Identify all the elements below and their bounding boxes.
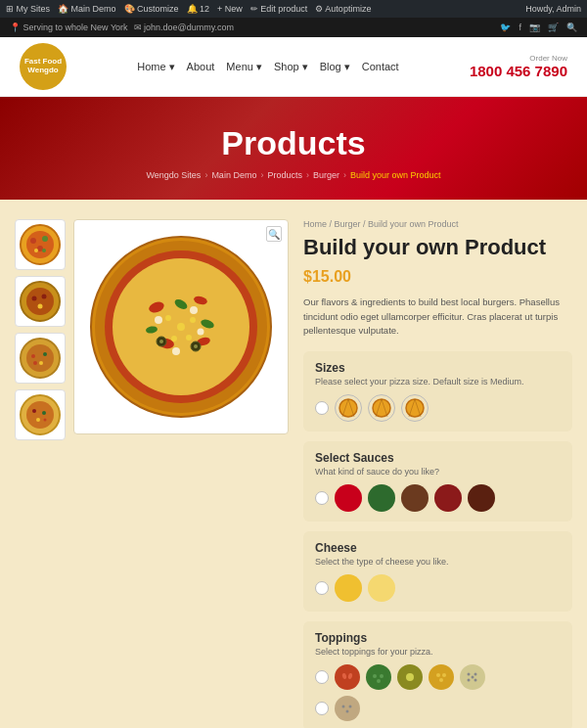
svg-point-2	[30, 238, 36, 244]
thumbnail-list	[15, 219, 66, 728]
sauce-green[interactable]	[368, 484, 395, 512]
thumb-4[interactable]	[15, 389, 66, 440]
search-icon[interactable]: 🔍	[566, 23, 577, 32]
toppings-title: Toppings	[315, 631, 561, 645]
toppings-options	[315, 664, 561, 690]
sauce-red[interactable]	[335, 484, 362, 512]
svg-point-41	[190, 306, 198, 314]
sauces-options	[315, 484, 561, 512]
admin-customize[interactable]: 🎨 Customize	[124, 4, 179, 14]
product-info: Home / Burger / Build your own Product B…	[303, 219, 572, 728]
svg-point-72	[474, 673, 477, 676]
phone-number: 1800 456 7890	[470, 63, 567, 79]
svg-point-13	[26, 344, 54, 372]
zoom-icon[interactable]: 🔍	[266, 226, 282, 242]
svg-point-36	[165, 315, 171, 321]
topping-dots[interactable]	[460, 664, 485, 690]
product-breadcrumb: Home / Burger / Build your own Product	[303, 219, 572, 229]
logo[interactable]: Fast FoodWengdo	[20, 43, 67, 90]
sizes-options	[315, 394, 561, 422]
svg-point-67	[436, 673, 440, 677]
sauce-maroon[interactable]	[434, 484, 462, 512]
cheese-section: Cheese Select the type of cheese you lik…	[303, 531, 572, 612]
admin-edit-product[interactable]: ✏ Edit product	[250, 4, 308, 14]
svg-point-62	[380, 674, 384, 678]
admin-autoptimize[interactable]: ⚙ Autoptimize	[315, 4, 371, 14]
svg-point-22	[36, 418, 40, 422]
svg-point-37	[190, 317, 196, 323]
topping-extra[interactable]	[335, 696, 360, 721]
instagram-icon[interactable]: 📷	[529, 23, 540, 32]
thumb-2[interactable]	[15, 276, 66, 327]
admin-main-demo[interactable]: 🏠 Main Demo	[58, 4, 116, 14]
size-medium[interactable]	[368, 394, 395, 422]
svg-point-21	[42, 411, 46, 415]
svg-point-15	[43, 352, 47, 356]
svg-point-3	[42, 236, 48, 242]
cheese-light[interactable]	[368, 574, 395, 602]
svg-point-66	[431, 667, 451, 687]
svg-point-14	[31, 354, 35, 358]
logo-area: Fast FoodWengdo	[20, 43, 67, 90]
product-gallery: 🔍	[15, 219, 289, 728]
topping-yellow[interactable]	[429, 664, 454, 690]
size-large[interactable]	[401, 394, 429, 422]
svg-point-75	[472, 676, 474, 679]
topping-radio[interactable]	[315, 670, 329, 684]
svg-point-40	[155, 316, 162, 324]
svg-point-54	[406, 399, 424, 417]
sauce-darkbrown[interactable]	[468, 484, 495, 512]
svg-point-77	[342, 705, 345, 708]
main-nav: Home ▾ About Menu ▾ Shop ▾ Blog ▾ Contac…	[137, 61, 398, 73]
nav-shop[interactable]: Shop ▾	[274, 61, 308, 73]
location-text: 📍 Serving to whole New York	[10, 23, 128, 32]
sauce-brown[interactable]	[401, 484, 429, 512]
breadcrumb: Wengdo Sites › Main Demo › Products › Bu…	[20, 170, 567, 180]
breadcrumb-burger[interactable]: Burger	[313, 170, 339, 180]
admin-notifications[interactable]: 🔔 12	[187, 4, 210, 14]
cart-icon[interactable]: 🛒	[548, 23, 559, 32]
breadcrumb-main-demo[interactable]: Main Demo	[211, 170, 256, 180]
info-bar: 📍 Serving to whole New York ✉ john.doe@d…	[0, 18, 587, 37]
nav-contact[interactable]: Contact	[362, 61, 399, 72]
svg-point-19	[26, 401, 54, 429]
sauce-radio[interactable]	[315, 491, 329, 505]
nav-home[interactable]: Home ▾	[137, 61, 174, 73]
topping-radio-2[interactable]	[315, 702, 329, 715]
svg-point-43	[198, 329, 204, 336]
facebook-icon[interactable]: f	[519, 23, 521, 32]
size-radio[interactable]	[315, 401, 329, 415]
sauces-title: Select Sauces	[315, 451, 561, 465]
svg-point-76	[338, 699, 357, 718]
twitter-icon[interactable]: 🐦	[500, 23, 511, 32]
admin-bar: ⊞ My Sites 🏠 Main Demo 🎨 Customize 🔔 12 …	[0, 0, 587, 18]
cheese-radio[interactable]	[315, 581, 329, 595]
nav-menu[interactable]: Menu ▾	[226, 61, 262, 73]
svg-point-65	[406, 673, 414, 681]
svg-point-61	[373, 674, 377, 678]
breadcrumb-current: Build your own Product	[350, 170, 441, 180]
svg-point-78	[349, 705, 352, 708]
main-product-image: 🔍	[73, 219, 289, 434]
svg-point-16	[39, 361, 43, 365]
nav-about[interactable]: About	[187, 61, 215, 72]
svg-point-73	[468, 679, 471, 682]
svg-point-39	[186, 335, 192, 341]
breadcrumb-products[interactable]: Products	[267, 170, 302, 180]
cheese-options	[315, 574, 561, 602]
topping-red[interactable]	[335, 664, 360, 690]
admin-mysites[interactable]: ⊞ My Sites	[6, 4, 50, 14]
topping-green[interactable]	[366, 664, 391, 690]
size-small[interactable]	[335, 394, 362, 422]
thumb-1[interactable]	[15, 219, 66, 270]
cheese-yellow[interactable]	[335, 574, 362, 602]
svg-point-38	[171, 336, 177, 341]
nav-blog[interactable]: Blog ▾	[320, 61, 350, 73]
admin-new[interactable]: + New	[217, 4, 243, 14]
svg-point-63	[377, 679, 381, 683]
breadcrumb-wengdo[interactable]: Wengdo Sites	[147, 170, 202, 180]
svg-point-10	[42, 295, 47, 299]
sizes-section: Sizes Please select your pizza size. Def…	[303, 351, 572, 432]
thumb-3[interactable]	[15, 333, 66, 384]
topping-olive[interactable]	[397, 664, 423, 690]
